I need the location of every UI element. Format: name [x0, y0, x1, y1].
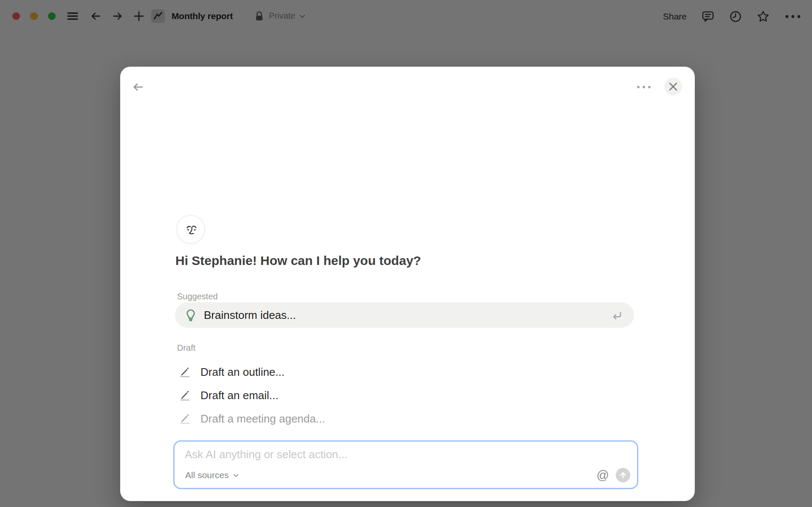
enter-key-icon [610, 309, 623, 322]
pencil-icon [180, 366, 191, 378]
sources-dropdown[interactable]: All sources [185, 470, 239, 480]
suggestion-brainstorm-ideas[interactable]: Brainstorm ideas... [175, 302, 634, 328]
action-label: Draft an email... [200, 389, 279, 402]
modal-close-button[interactable] [664, 78, 682, 96]
arrow-up-icon [619, 471, 627, 479]
at-icon: @ [597, 468, 609, 482]
ai-avatar [176, 215, 205, 244]
sources-label: All sources [185, 470, 229, 480]
modal-back-button[interactable] [130, 79, 147, 95]
ai-prompt-input[interactable] [184, 448, 609, 462]
mention-button[interactable]: @ [597, 469, 609, 482]
notion-ai-face-icon [182, 220, 200, 238]
pencil-icon [180, 390, 191, 401]
draft-section-label: Draft [177, 343, 195, 353]
ai-prompt-box: All sources @ [173, 440, 638, 489]
ellipsis-icon [636, 85, 651, 89]
app-window: Monthly report Private Share [0, 0, 812, 507]
close-icon [668, 82, 678, 91]
action-draft-meeting-agenda[interactable]: Draft a meeting agenda... [175, 409, 634, 428]
send-button[interactable] [616, 468, 630, 482]
action-draft-outline[interactable]: Draft an outline... [175, 363, 634, 381]
arrow-left-icon [131, 80, 145, 94]
suggestion-label: Brainstorm ideas... [204, 309, 296, 322]
action-label: Draft a meeting agenda... [200, 412, 325, 425]
ai-greeting: Hi Stephanie! How can I help you today? [175, 253, 421, 269]
pencil-icon [180, 413, 191, 425]
ai-assistant-modal: Hi Stephanie! How can I help you today? … [120, 67, 695, 501]
chevron-down-icon [233, 472, 239, 479]
suggested-section-label: Suggested [177, 292, 218, 301]
modal-more-button[interactable] [632, 80, 655, 94]
action-draft-email[interactable]: Draft an email... [175, 386, 634, 405]
action-label: Draft an outline... [200, 366, 285, 379]
lightbulb-icon [185, 309, 197, 321]
prompt-toolbar: All sources @ [185, 468, 630, 482]
